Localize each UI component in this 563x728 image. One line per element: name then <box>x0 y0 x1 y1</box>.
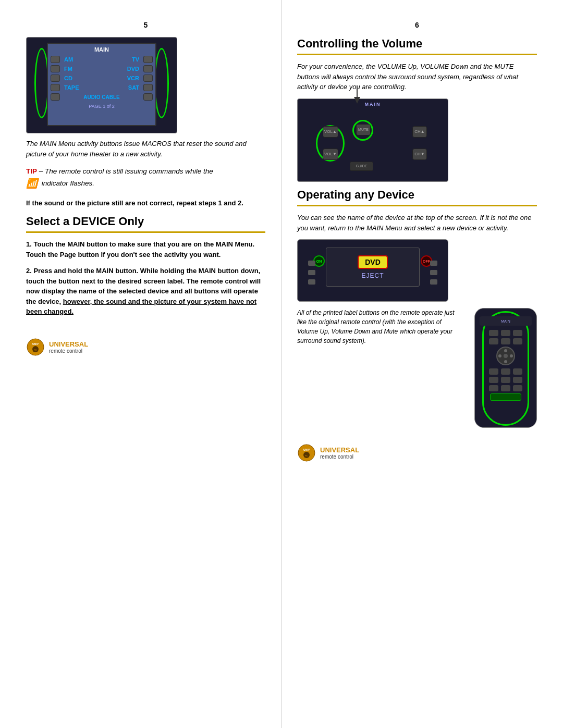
left-page: 5 MAIN AM TV FM DVD <box>0 0 282 728</box>
logo-right-text: UNIVERSAL remote control <box>320 446 359 460</box>
full-remote-row-4 <box>480 377 532 383</box>
step1-text: 1. Touch the MAIN button to make sure th… <box>26 239 265 260</box>
full-remote-nav <box>480 347 532 365</box>
full-remote-btn-7 <box>489 368 498 375</box>
logo-right-area: UNIV RC UNIVERSAL remote control <box>297 443 537 462</box>
logo-right: UNIV RC UNIVERSAL remote control <box>297 443 537 462</box>
controlling-volume-title: Controlling the Volume <box>297 37 537 51</box>
bottom-section: All of the printed label buttons on the … <box>297 308 537 433</box>
vol-down-button: VOL▼ <box>323 149 338 160</box>
off-label: OFF <box>423 260 430 263</box>
lcd-row-5: AUDIO CABLE <box>51 93 153 101</box>
full-remote-btn-2 <box>501 330 510 336</box>
right-btn-3 <box>143 75 153 82</box>
caption-text: All of the printed label buttons on the … <box>297 308 459 346</box>
guide-button: GUIDE <box>350 162 373 171</box>
svg-marker-5 <box>354 97 360 104</box>
ch-up-button: CH▲ <box>412 126 427 138</box>
left-side-buttons <box>308 261 315 285</box>
tip-text: – The remote control is still issuing co… <box>37 167 213 175</box>
right-side-buttons <box>430 261 437 285</box>
full-remote-screen: MAIN <box>480 316 532 326</box>
vol-up-button: VOL▲ <box>323 126 338 138</box>
full-remote-image: MAIN <box>474 308 537 428</box>
mute-button: MUTE <box>356 124 371 135</box>
ch-down-button: CH▼ <box>412 149 427 160</box>
operating-device-section: Operating any Device You can see the nam… <box>297 188 537 233</box>
left-btn-2 <box>51 65 60 72</box>
lcd-screen: MAIN AM TV FM DVD CD VCR <box>47 43 156 126</box>
full-remote-btn-9 <box>513 368 522 375</box>
lcd-row-3: CD VCR <box>51 75 153 82</box>
full-remote-btn-15 <box>513 385 522 391</box>
right-page: 6 Controlling the Volume For your conven… <box>282 0 563 728</box>
universal-logo-left-icon: UNIV RC <box>26 338 45 356</box>
logo-left-area: UNIV RC UNIVERSAL remote control <box>26 338 265 356</box>
svg-text:UNIV: UNIV <box>303 448 310 451</box>
lcd-row-1: AM TV <box>51 56 153 63</box>
full-remote-btn-12 <box>513 377 522 383</box>
bold-warning: If the sound or the picture still are no… <box>26 198 265 208</box>
left-btn-1 <box>51 56 60 63</box>
step2-text: 2. Press and hold the MAIN button. While… <box>26 266 265 317</box>
full-remote-btn-13 <box>489 385 498 391</box>
select-device-underline <box>26 231 265 233</box>
dvd-remote-image: ON OFF DVD EJECT <box>297 239 448 302</box>
left-btn-5 <box>51 93 60 101</box>
full-remote-buttons: MAIN <box>480 316 532 401</box>
logo-left-sub: remote control <box>49 348 88 354</box>
logo-left-text: UNIVERSAL remote control <box>49 340 88 354</box>
universal-logo-right-icon: UNIV RC <box>297 443 316 462</box>
svg-text:UNIV: UNIV <box>32 342 39 346</box>
eject-label: EJECT <box>361 272 384 279</box>
logo-left: UNIV RC UNIVERSAL remote control <box>26 338 265 356</box>
dvd-label: DVD <box>358 255 388 269</box>
tip-text2: indicator flashes. <box>42 179 94 187</box>
on-label: ON <box>316 260 322 263</box>
lcd-row-2: FM DVD <box>51 65 153 72</box>
full-remote-row-2 <box>480 338 532 344</box>
select-device-section: Select a DEVICE Only 1. Touch the MAIN b… <box>26 215 265 317</box>
svg-text:RC: RC <box>34 349 37 351</box>
operating-device-underline <box>297 205 537 206</box>
full-remote-btn-1 <box>489 330 498 336</box>
tip-block: TIP – The remote control is still issuin… <box>26 166 265 191</box>
lcd-main-header: MAIN <box>51 46 153 53</box>
full-remote-row-5 <box>480 385 532 391</box>
image-caption: The MAIN Menu activity buttons issue MAC… <box>26 139 265 159</box>
volume-remote-image: MAIN VOL▲ VOL▼ MUTE CH▲ <box>297 98 448 182</box>
full-remote-btn-3 <box>513 330 522 336</box>
full-remote-btn-5 <box>501 338 510 344</box>
main-menu-remote-image: MAIN AM TV FM DVD CD VCR <box>26 37 177 133</box>
full-remote-btn-8 <box>501 368 510 375</box>
right-btn-1 <box>143 56 153 63</box>
arrow-indicator-icon <box>347 85 368 104</box>
controlling-volume-section: Controlling the Volume For your convenie… <box>297 37 537 92</box>
left-btn-3 <box>51 75 60 82</box>
left-btn-4 <box>51 84 60 91</box>
right-oval-highlight <box>154 48 169 118</box>
left-page-number: 5 <box>26 21 265 29</box>
lcd-row-4: TAPE SAT <box>51 84 153 91</box>
right-btn-2 <box>143 65 153 72</box>
full-remote-btn-14 <box>501 385 510 391</box>
controlling-volume-underline <box>297 54 537 55</box>
full-remote-row-3 <box>480 368 532 375</box>
operating-device-body: You can see the name of the device at th… <box>297 213 537 233</box>
full-remote-row-1 <box>480 330 532 336</box>
dvd-screen: DVD EJECT <box>326 248 420 287</box>
full-remote-dpad <box>496 347 515 365</box>
enter-button <box>490 393 521 401</box>
full-remote-btn-10 <box>489 377 498 383</box>
wifi-icon: 📶 <box>26 177 38 191</box>
tip-label: TIP <box>26 167 37 175</box>
logo-right-brand: UNIVERSAL <box>320 446 359 454</box>
operating-device-title: Operating any Device <box>297 188 537 202</box>
full-remote-btn-11 <box>501 377 510 383</box>
full-remote-btn-4 <box>489 338 498 344</box>
logo-left-brand: UNIVERSAL <box>49 340 88 348</box>
controlling-volume-body: For your convenience, the VOLUME Up, VOL… <box>297 61 537 92</box>
lcd-footer: PAGE 1 of 2 <box>51 104 153 109</box>
full-remote-btn-6 <box>513 338 522 344</box>
right-btn-4 <box>143 84 153 91</box>
